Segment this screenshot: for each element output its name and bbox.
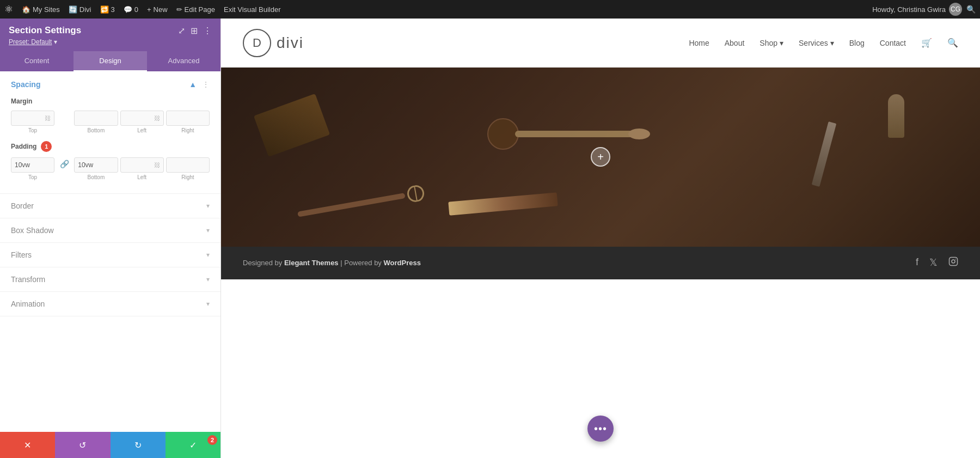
instagram-icon[interactable]: [948, 257, 958, 269]
panel-tabs: Content Design Advanced: [0, 51, 220, 71]
filters-section[interactable]: Filters ▾: [0, 243, 220, 267]
margin-right-input-wrap[interactable]: [166, 111, 210, 126]
padding-bottom-label: Bottom: [88, 174, 105, 180]
nav-search-icon[interactable]: 🔍: [947, 38, 958, 48]
tab-design[interactable]: Design: [74, 51, 147, 71]
transform-section[interactable]: Transform ▾: [0, 267, 220, 292]
menu-icon[interactable]: ⋮: [203, 26, 212, 36]
svg-line-5: [415, 186, 418, 201]
save-badge: 2: [207, 435, 217, 445]
padding-top-input[interactable]: [15, 161, 51, 169]
shop-dropdown-icon: ▾: [780, 39, 783, 47]
admin-bar-right: Howdy, Christina Gwira CG 🔍: [872, 3, 976, 16]
animation-title: Animation: [11, 300, 45, 308]
admin-bar-left: ⚛ 🏠 My Sites 🔄 Divi 🔁 3 💬 0 + New ✏ Edit…: [4, 3, 872, 15]
margin-link-middle: [57, 111, 72, 113]
margin-left-input-wrap[interactable]: ⛓: [120, 111, 164, 126]
margin-top-input-wrap[interactable]: ⛓: [11, 111, 54, 126]
tool-shape-3: [812, 121, 837, 187]
margin-top-link-icon: ⛓: [45, 115, 51, 121]
padding-top-field: Top: [11, 157, 54, 180]
nav-about[interactable]: About: [725, 39, 745, 47]
margin-bottom-input-wrap[interactable]: [74, 111, 118, 126]
padding-right-input[interactable]: [170, 161, 206, 169]
margin-right-label: Right: [181, 127, 194, 133]
padding-right-input-wrap[interactable]: [166, 157, 210, 173]
tool-shape-2: [888, 94, 904, 138]
tab-content[interactable]: Content: [0, 51, 74, 71]
edit-page-link[interactable]: ✏ Edit Page: [176, 5, 215, 14]
undo-button[interactable]: ↺: [55, 432, 110, 458]
padding-bottom-input-wrap[interactable]: [74, 157, 118, 173]
add-section-button[interactable]: +: [591, 147, 610, 167]
box-shadow-section[interactable]: Box Shadow ▾: [0, 218, 220, 243]
tab-advanced[interactable]: Advanced: [147, 51, 220, 71]
hero-rolling-tool-svg: [297, 182, 433, 222]
columns-icon[interactable]: ⊞: [191, 26, 198, 36]
padding-link-btn[interactable]: 🔗: [57, 157, 72, 168]
border-chevron: ▾: [206, 202, 210, 210]
padding-row: Top 🔗 Bottom: [11, 157, 210, 180]
my-sites-link[interactable]: 🏠 My Sites: [22, 5, 60, 14]
margin-left-field: ⛓ Left: [120, 111, 164, 133]
facebook-icon[interactable]: f: [916, 257, 918, 269]
panel-header: Section Settings ⤢ ⊞ ⋮ Preset: Default ▾: [0, 19, 220, 51]
filters-title: Filters: [11, 251, 32, 259]
panel-preset[interactable]: Preset: Default ▾: [9, 38, 212, 46]
nav-shop[interactable]: Shop ▾: [759, 39, 783, 47]
border-section[interactable]: Border ▾: [0, 194, 220, 218]
floating-options-button[interactable]: •••: [587, 416, 614, 442]
padding-left-input[interactable]: [124, 161, 152, 169]
margin-bottom-field: Bottom: [74, 111, 118, 133]
divi-link[interactable]: 🔄 Divi: [69, 5, 91, 14]
spacing-collapse-icon[interactable]: ▲: [189, 80, 197, 89]
transform-title: Transform: [11, 275, 45, 284]
margin-right-input[interactable]: [170, 114, 206, 122]
hero-image: +: [221, 68, 980, 247]
spacing-menu-icon[interactable]: ⋮: [202, 80, 210, 89]
filters-chevron: ▾: [206, 251, 210, 259]
panel-title: Section Settings: [9, 25, 81, 36]
margin-right-field: Right: [166, 111, 210, 133]
animation-section[interactable]: Animation ▾: [0, 292, 220, 316]
nav-services[interactable]: Services ▾: [799, 39, 834, 47]
margin-left-input[interactable]: [124, 114, 152, 122]
padding-left-field: ⛓ Left: [120, 157, 164, 180]
comment-count-link[interactable]: 💬 0: [124, 5, 138, 14]
save-button[interactable]: ✓ 2: [166, 432, 220, 458]
padding-top-input-wrap[interactable]: [11, 157, 54, 173]
padding-right-label: Right: [181, 174, 194, 180]
redo-button[interactable]: ↻: [111, 432, 166, 458]
panel-bottom-bar: ✕ ↺ ↻ ✓ 2: [0, 432, 220, 458]
wordpress-icon[interactable]: ⚛: [4, 3, 13, 15]
padding-left-input-wrap[interactable]: ⛓: [120, 157, 164, 173]
left-panel: Section Settings ⤢ ⊞ ⋮ Preset: Default ▾…: [0, 19, 221, 458]
nav-blog[interactable]: Blog: [849, 39, 865, 47]
margin-top-field: ⛓ Top: [11, 111, 54, 133]
spacing-section-header-left: Spacing: [11, 80, 40, 89]
padding-bottom-input[interactable]: [78, 161, 114, 169]
hero-tool-svg: [487, 112, 650, 156]
nav-home[interactable]: Home: [689, 39, 709, 47]
spacing-section-header[interactable]: Spacing ▲ ⋮: [0, 71, 220, 97]
exit-visual-builder-link[interactable]: Exit Visual Builder: [224, 5, 281, 14]
margin-top-input[interactable]: [15, 114, 42, 122]
footer-text: Designed by Elegant Themes | Powered by …: [243, 259, 421, 267]
site-nav: Home About Shop ▾ Services ▾ Blog Contac…: [689, 38, 958, 48]
cancel-button[interactable]: ✕: [0, 432, 55, 458]
panel-content: Spacing ▲ ⋮ Margin: [0, 71, 220, 432]
spacing-content: Margin ⛓ Top: [0, 97, 220, 193]
border-title: Border: [11, 201, 34, 210]
cart-icon[interactable]: 🛒: [921, 38, 932, 48]
svg-point-0: [488, 119, 518, 149]
comments-link[interactable]: 🔁 3: [100, 5, 115, 14]
twitter-icon[interactable]: 𝕏: [929, 257, 938, 269]
search-icon[interactable]: 🔍: [966, 5, 976, 14]
nav-contact[interactable]: Contact: [880, 39, 906, 47]
transform-chevron: ▾: [206, 276, 210, 283]
resize-icon[interactable]: ⤢: [178, 26, 185, 36]
site-footer: Designed by Elegant Themes | Powered by …: [221, 247, 980, 279]
margin-bottom-input[interactable]: [78, 114, 114, 122]
new-link[interactable]: + New: [147, 5, 168, 14]
below-fold-area: •••: [221, 279, 980, 459]
